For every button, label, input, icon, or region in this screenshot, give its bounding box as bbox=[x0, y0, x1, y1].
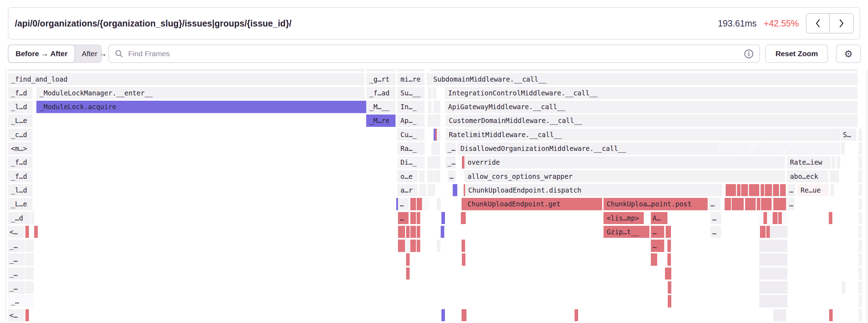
flame-frame[interactable]: _…d bbox=[8, 212, 30, 224]
flame-frame[interactable] bbox=[858, 240, 862, 252]
flame-frame[interactable]: ChunkUploadEndpoint.get bbox=[464, 198, 602, 210]
flame-frame[interactable] bbox=[434, 142, 440, 155]
flame-frame[interactable] bbox=[8, 69, 364, 71]
flame-frame[interactable]: … bbox=[398, 212, 409, 224]
flame-frame[interactable] bbox=[732, 184, 736, 196]
flame-frame[interactable] bbox=[782, 184, 786, 196]
flame-frame[interactable] bbox=[767, 198, 772, 210]
flame-frame[interactable] bbox=[829, 212, 832, 224]
before-after-button[interactable]: Before → After bbox=[8, 45, 75, 62]
flame-frame[interactable] bbox=[419, 170, 424, 183]
flame-frame[interactable] bbox=[759, 253, 787, 266]
flame-frame[interactable]: _f…d bbox=[8, 170, 32, 183]
flame-frame[interactable]: _… bbox=[8, 268, 25, 280]
flame-frame[interactable]: _f…ad bbox=[366, 87, 396, 99]
flame-frame[interactable]: _… bbox=[8, 295, 34, 307]
flame-frame[interactable] bbox=[433, 156, 440, 169]
flame-frame[interactable]: <… bbox=[8, 226, 25, 238]
flame-frame[interactable] bbox=[453, 184, 457, 196]
flame-frame[interactable] bbox=[432, 184, 435, 196]
flame-frame[interactable] bbox=[25, 281, 34, 294]
flame-frame[interactable] bbox=[668, 281, 671, 294]
flame-frame[interactable] bbox=[727, 198, 731, 210]
flame-frame[interactable] bbox=[437, 198, 441, 210]
flame-frame[interactable]: _… bbox=[446, 156, 456, 169]
flame-frame[interactable] bbox=[831, 184, 834, 196]
flame-frame[interactable] bbox=[858, 129, 862, 141]
flame-frame[interactable]: … bbox=[448, 170, 456, 183]
flame-frame[interactable] bbox=[25, 268, 34, 280]
flame-frame[interactable]: _M…__ bbox=[366, 101, 396, 113]
flame-frame[interactable] bbox=[462, 253, 465, 266]
flame-frame[interactable]: _M…re bbox=[366, 114, 396, 127]
flame-frame[interactable]: <lis…mp> bbox=[604, 212, 644, 224]
flame-frame[interactable] bbox=[25, 309, 29, 322]
flame-frame[interactable]: … bbox=[398, 198, 409, 210]
flame-frame[interactable] bbox=[858, 281, 862, 294]
flame-frame[interactable] bbox=[25, 226, 29, 238]
search-input[interactable] bbox=[127, 49, 740, 58]
flame-frame[interactable] bbox=[770, 226, 787, 238]
flame-frame[interactable] bbox=[462, 212, 466, 224]
flame-frame[interactable]: <m…> bbox=[8, 142, 32, 155]
flame-frame[interactable] bbox=[842, 281, 845, 294]
flame-frame[interactable] bbox=[718, 142, 840, 155]
flame-frame[interactable] bbox=[668, 268, 671, 280]
settings-button[interactable]: ⚙ bbox=[836, 45, 861, 63]
flame-frame[interactable] bbox=[858, 156, 862, 169]
flame-frame[interactable] bbox=[406, 268, 410, 280]
flame-frame[interactable] bbox=[428, 101, 432, 113]
flame-frame[interactable]: _ModuleLock.acquire bbox=[36, 101, 364, 113]
flame-frame[interactable]: _… bbox=[8, 281, 25, 294]
flame-frame[interactable] bbox=[759, 240, 787, 252]
flame-frame[interactable] bbox=[437, 240, 440, 252]
flame-frame[interactable]: _ModuleLockManager.__enter__ bbox=[36, 87, 364, 99]
flame-frame[interactable] bbox=[397, 69, 424, 71]
flame-frame[interactable]: Cu…_ bbox=[397, 129, 424, 141]
flame-frame[interactable]: mi…re bbox=[397, 73, 424, 86]
flame-frame[interactable]: _f…d bbox=[8, 156, 32, 169]
flame-frame[interactable] bbox=[858, 253, 862, 266]
flame-frame[interactable]: … bbox=[711, 212, 721, 224]
flame-frame[interactable] bbox=[31, 212, 34, 224]
flame-frame[interactable]: Rate…iew bbox=[787, 156, 831, 169]
flame-frame[interactable] bbox=[759, 268, 787, 280]
flame-frame[interactable] bbox=[25, 253, 34, 266]
flame-frame[interactable] bbox=[763, 198, 767, 210]
flame-frame[interactable]: Gzip…t__ bbox=[604, 226, 649, 238]
flame-frame[interactable] bbox=[441, 212, 445, 224]
flame-frame[interactable] bbox=[783, 198, 786, 210]
flame-frame[interactable] bbox=[651, 253, 657, 266]
flame-frame[interactable] bbox=[858, 309, 862, 322]
flame-frame[interactable] bbox=[419, 184, 423, 196]
flame-frame[interactable] bbox=[410, 226, 416, 238]
flame-frame[interactable] bbox=[759, 295, 787, 307]
flame-frame[interactable] bbox=[858, 170, 862, 183]
flame-frame[interactable]: IntegrationControlMiddleware.__call__ bbox=[445, 87, 857, 99]
flame-frame[interactable]: _l…d bbox=[8, 184, 32, 196]
flame-frame[interactable] bbox=[406, 226, 410, 238]
flame-frame[interactable] bbox=[417, 240, 420, 252]
flame-frame[interactable]: SubdomainMiddleware.__call__ bbox=[430, 73, 857, 86]
flame-frame[interactable] bbox=[398, 240, 405, 252]
flame-frame[interactable] bbox=[737, 184, 741, 196]
flame-frame[interactable] bbox=[761, 184, 764, 196]
flame-frame[interactable] bbox=[745, 198, 749, 210]
flame-frame[interactable]: Ap…_ bbox=[397, 114, 424, 127]
flame-frame[interactable] bbox=[398, 226, 405, 238]
flame-frame[interactable]: _g…rt bbox=[366, 73, 396, 86]
flame-frame[interactable]: abo…eck bbox=[787, 170, 828, 183]
reset-zoom-button[interactable]: Reset Zoom bbox=[765, 45, 828, 63]
flame-frame[interactable] bbox=[437, 129, 440, 141]
flame-frame[interactable] bbox=[417, 212, 420, 224]
flame-frame[interactable] bbox=[441, 226, 444, 238]
flame-frame[interactable]: ChunkUploa…point.post bbox=[604, 198, 708, 210]
flame-frame[interactable] bbox=[858, 268, 862, 280]
flame-frame[interactable] bbox=[366, 69, 396, 71]
flame-frame[interactable] bbox=[417, 226, 420, 238]
flame-frame[interactable] bbox=[837, 156, 840, 169]
flame-frame[interactable]: … bbox=[787, 198, 795, 210]
flame-frame[interactable] bbox=[410, 198, 416, 210]
flame-frame[interactable] bbox=[768, 184, 772, 196]
flame-frame[interactable]: … bbox=[651, 226, 664, 238]
